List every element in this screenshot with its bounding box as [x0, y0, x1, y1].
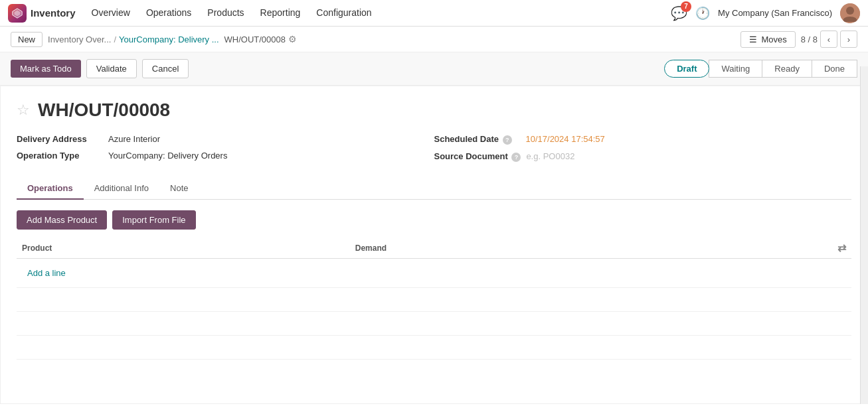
source-document-label: Source Document ?: [434, 151, 521, 162]
main-content: ☆ WH/OUT/00008 Delivery Address Azure In…: [0, 86, 868, 404]
app-name: Inventory: [31, 7, 76, 19]
operation-type-row: Operation Type YourCompany: Delivery Ord…: [17, 151, 434, 161]
user-avatar[interactable]: [840, 3, 860, 23]
top-navigation: Inventory Overview Operations Products R…: [0, 0, 868, 27]
products-table: Product Demand ⇄ Add a line: [17, 238, 851, 360]
form-fields: Delivery Address Azure Interior Operatio…: [17, 134, 851, 162]
moves-label: Moves: [761, 34, 786, 44]
menu-products[interactable]: Products: [199, 0, 252, 27]
svg-point-3: [846, 7, 854, 15]
validate-button[interactable]: Validate: [86, 59, 137, 78]
col-product-header: Product: [17, 238, 350, 259]
main-menu: Overview Operations Products Reporting C…: [84, 0, 380, 27]
menu-operations[interactable]: Operations: [138, 0, 199, 27]
company-name[interactable]: My Company (San Francisco): [718, 8, 832, 18]
notification-button[interactable]: 💬 7: [671, 5, 687, 21]
delivery-address-label: Delivery Address: [17, 134, 103, 144]
breadcrumb-parent1[interactable]: Inventory Over...: [48, 34, 111, 44]
col-controls-header: ⇄: [694, 238, 851, 259]
menu-configuration[interactable]: Configuration: [308, 0, 379, 27]
status-pipeline: Draft Waiting Ready Done: [665, 60, 857, 78]
menu-reporting[interactable]: Reporting: [252, 0, 309, 27]
notification-badge: 7: [681, 1, 691, 12]
moves-icon: ☰: [749, 34, 757, 44]
breadcrumb-nav-right: ☰ Moves 8 / 8 ‹ ›: [740, 31, 857, 48]
clock-button[interactable]: 🕐: [695, 6, 710, 21]
tab-additional-info[interactable]: Additional Info: [84, 178, 159, 200]
breadcrumb-parent2[interactable]: YourCompany: Delivery ...: [119, 34, 219, 44]
tab-operations[interactable]: Operations: [17, 178, 84, 200]
next-record-button[interactable]: ›: [840, 31, 857, 48]
source-document-help[interactable]: ?: [511, 153, 521, 162]
breadcrumb: Inventory Over... / YourCompany: Deliver…: [48, 34, 219, 44]
record-header: ☆ WH/OUT/00008: [17, 100, 851, 121]
breadcrumb-bar: New Inventory Over... / YourCompany: Del…: [0, 27, 868, 52]
status-draft[interactable]: Draft: [664, 60, 709, 78]
empty-row-2: [17, 312, 851, 336]
col-demand-header: Demand: [350, 238, 694, 259]
record-navigation: 8 / 8 ‹ ›: [801, 31, 857, 48]
record-count: 8 / 8: [801, 34, 818, 44]
prev-record-button[interactable]: ‹: [820, 31, 837, 48]
menu-overview[interactable]: Overview: [84, 0, 138, 27]
cancel-button[interactable]: Cancel: [142, 59, 189, 78]
status-steps: Draft Waiting Ready Done: [665, 60, 857, 78]
app-logo[interactable]: Inventory: [8, 4, 76, 23]
operation-type-label: Operation Type: [17, 151, 103, 161]
logo-icon: [8, 4, 27, 23]
settings-icon[interactable]: ⚙: [288, 34, 297, 44]
source-document-value[interactable]: e.g. PO0032: [526, 151, 574, 161]
tabs-bar: Operations Additional Info Note: [17, 178, 851, 200]
form-left: Delivery Address Azure Interior Operatio…: [17, 134, 434, 162]
empty-row-1: [17, 288, 851, 312]
status-ready[interactable]: Ready: [762, 60, 812, 78]
delivery-address-row: Delivery Address Azure Interior: [17, 134, 434, 144]
status-done[interactable]: Done: [812, 60, 857, 78]
add-line-row: Add a line: [17, 259, 851, 288]
topnav-right: 💬 7 🕐 My Company (San Francisco): [671, 3, 860, 23]
new-button[interactable]: New: [11, 32, 43, 47]
delivery-address-value[interactable]: Azure Interior: [108, 134, 160, 144]
scheduled-date-value[interactable]: 10/17/2024 17:54:57: [526, 134, 605, 144]
scheduled-date-row: Scheduled Date ? 10/17/2024 17:54:57: [434, 134, 852, 145]
scheduled-date-help[interactable]: ?: [503, 135, 512, 145]
column-settings-icon[interactable]: ⇄: [837, 242, 846, 253]
action-bar: Mark as Todo Validate Cancel Draft Waiti…: [0, 52, 868, 86]
form-right: Scheduled Date ? 10/17/2024 17:54:57 Sou…: [434, 134, 852, 162]
empty-row-3: [17, 336, 851, 360]
record-id: WH/OUT/00008: [224, 34, 286, 44]
add-line-button[interactable]: Add a line: [22, 264, 71, 282]
scheduled-date-label: Scheduled Date ?: [434, 134, 521, 145]
add-mass-product-button[interactable]: Add Mass Product: [17, 210, 107, 230]
status-waiting[interactable]: Waiting: [709, 60, 762, 78]
tab-note[interactable]: Note: [159, 178, 199, 200]
scrollbar[interactable]: [860, 66, 868, 404]
moves-button[interactable]: ☰ Moves: [740, 31, 795, 48]
favorite-icon[interactable]: ☆: [17, 102, 30, 119]
table-actions: Add Mass Product Import From File: [17, 210, 851, 230]
breadcrumb-sep1: /: [114, 34, 116, 44]
source-document-row: Source Document ? e.g. PO0032: [434, 151, 852, 162]
import-from-file-button[interactable]: Import From File: [112, 210, 195, 230]
operation-type-value[interactable]: YourCompany: Delivery Orders: [108, 151, 227, 161]
breadcrumb-record: WH/OUT/00008 ⚙: [224, 34, 297, 44]
record-title: WH/OUT/00008: [38, 100, 170, 121]
mark-todo-button[interactable]: Mark as Todo: [11, 60, 81, 78]
